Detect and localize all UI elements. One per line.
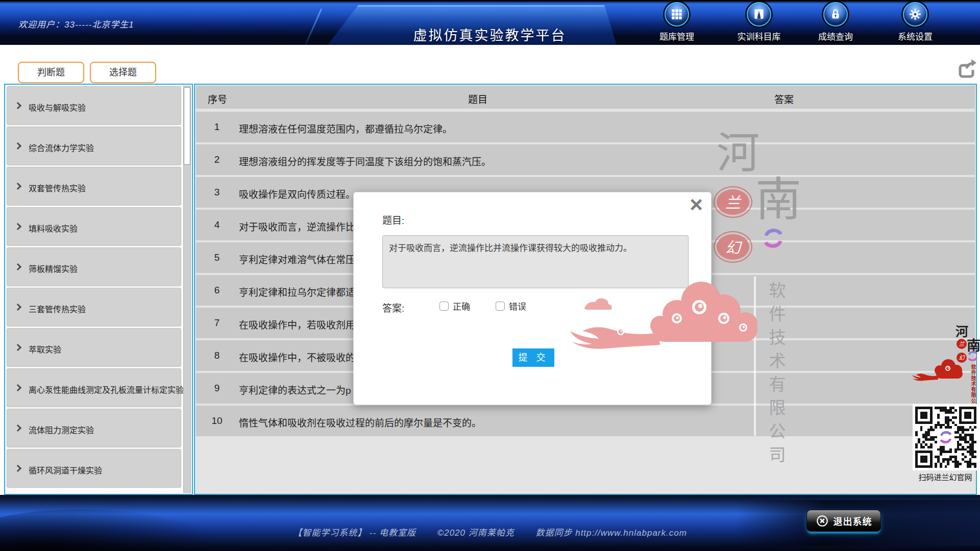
sidebar-item[interactable]: 吸收与解吸实验 [7,86,181,125]
banner-shine [354,5,609,7]
answer-label: 答案: [382,300,404,314]
chevron-right-icon [14,384,21,391]
col-header-title: 题目 [468,92,487,106]
footer-sync: 数据同步 http://www.hnlabpark.com [535,528,687,538]
table-header: 序号 题目 答案 [196,86,975,109]
app-window: 欢迎用户：33-----北京学生1 虚拟仿真实验教学平台 题库管理 [0,0,980,551]
col-header-answer: 答案 [774,92,794,106]
submit-button[interactable]: 提 交 [512,348,554,367]
sidebar-item[interactable]: 双套管传热实验 [7,167,181,206]
nav-item-score-query[interactable]: 成绩查询 [802,2,869,42]
checkbox-wrong[interactable] [496,302,505,311]
qr-caption: 扫码进兰幻官网 [910,471,980,482]
exit-label: 退出系统 [834,514,872,528]
footer-system: 【智能学习系统】 -- 电教室版 [293,528,416,538]
nav-label[interactable]: 成绩查询 [802,30,869,42]
tab-judge-questions[interactable]: 判断题 [18,62,84,83]
chevron-right-icon [14,465,21,472]
chevron-right-icon [14,263,21,270]
table-row[interactable]: 2 理想溶液组分的挥发度等于同温度下该组分的饱和蒸汽压。 [196,144,975,175]
row-question-text: 对于吸收而言，逆流操作比 [239,219,355,233]
question-label: 题目: [382,213,404,227]
nav-item-training-subjects[interactable]: 实训科目库 [725,2,793,42]
question-dialog: × 题目: 对于吸收而言，逆流操作比并流操作课获得较大的吸收推动力。 答案: 正… [353,192,712,405]
exit-system-button[interactable]: 退出系统 [806,510,881,532]
sidebar-list: 吸收与解吸实验 综合流体力学实验 双套管传热实验 填料吸收实验 筛板精馏实验 三… [7,86,181,489]
question-textarea[interactable]: 对于吸收而言，逆流操作比并流操作课获得较大的吸收推动力。 [382,235,689,288]
nav-item-system-settings[interactable]: 系统设置 [881,2,949,42]
curtain-icon[interactable] [747,2,771,27]
answer-options: 正确 错误 [439,299,526,312]
nav-label[interactable]: 实训科目库 [725,30,793,42]
grid-icon[interactable] [665,2,689,27]
sidebar-item[interactable]: 筛板精馏实验 [7,247,181,286]
row-number: 1 [196,121,238,133]
experiment-sidebar: 吸收与解吸实验 综合流体力学实验 双套管传热实验 填料吸收实验 筛板精馏实验 三… [4,84,193,495]
sidebar-scrollbar[interactable] [183,86,191,493]
row-question-text: 吸收操作是双向传质过程。 [239,187,355,201]
row-number: 7 [196,317,238,329]
option-correct[interactable]: 正确 [439,299,470,312]
row-question-text: 理想溶液组分的挥发度等于同温度下该组分的饱和蒸汽压。 [239,154,491,168]
row-question-text: 理想溶液在任何温度范围内，都遵循拉乌尔定律。 [239,121,452,135]
sidebar-item[interactable]: 三套管传热实验 [7,288,181,327]
row-number: 8 [196,350,238,361]
row-question-text: 在吸收操作中，若吸收剂用 [239,317,355,331]
scrollbar-thumb[interactable] [184,87,190,165]
share-icon[interactable] [954,57,978,81]
title-banner: 虚拟仿真实验教学平台 [328,5,626,45]
exit-x-icon [816,514,829,528]
chevron-right-icon [14,223,21,230]
close-icon[interactable]: × [690,193,703,216]
chevron-right-icon [14,142,21,149]
page-title: 虚拟仿真实验教学平台 [363,24,616,44]
header-slash-decoration [304,9,322,46]
chevron-right-icon [14,344,21,351]
sidebar-item[interactable]: 综合流体力学实验 [7,127,181,165]
col-header-no: 序号 [208,92,227,106]
row-question-text: 在吸收操作中，不被吸收的 [239,350,355,364]
sidebar-item[interactable]: 流体阻力测定实验 [7,409,181,447]
tab-strip: 判断题 选择题 [0,45,980,85]
row-number: 10 [196,415,238,427]
welcome-user-text: 欢迎用户：33-----北京学生1 [18,17,134,30]
chevron-right-icon [14,424,21,432]
row-question-text: 亨利定律的表达式之一为p [239,383,351,396]
chevron-right-icon [14,304,21,311]
row-number: 9 [196,383,238,394]
row-number: 3 [196,187,238,198]
table-row[interactable]: 10 惰性气体和吸收剂在吸收过程的前后的摩尔量是不变的。 [196,406,975,436]
sidebar-item[interactable]: 填料吸收实验 [7,207,181,246]
option-wrong[interactable]: 错误 [496,299,526,312]
gear-icon[interactable] [903,2,927,27]
nav-item-question-bank[interactable]: 题库管理 [643,2,710,42]
tab-choice-questions[interactable]: 选择题 [90,62,156,83]
sidebar-item[interactable]: 离心泵性能曲线测定及孔板流量计标定实验 [7,368,181,407]
lock-icon[interactable] [823,2,848,27]
table-row[interactable]: 1 理想溶液在任何温度范围内，都遵循拉乌尔定律。 [196,112,975,142]
qr-code [913,404,979,470]
chevron-right-icon [14,183,21,190]
row-number: 6 [196,285,238,296]
nav-label[interactable]: 题库管理 [643,30,710,42]
checkbox-correct[interactable] [439,302,449,311]
sidebar-item[interactable]: 萃取实验 [7,328,181,367]
nav-label[interactable]: 系统设置 [881,30,949,42]
top-header: 欢迎用户：33-----北京学生1 虚拟仿真实验教学平台 题库管理 [0,0,980,45]
row-number: 4 [196,219,238,231]
bottom-footer: 【智能学习系统】 -- 电教室版 ©2020 河南莱帕克 数据同步 http:/… [0,495,980,551]
footer-copyright: ©2020 河南莱帕克 [437,528,514,538]
row-question-text: 惰性气体和吸收剂在吸收过程的前后的摩尔量是不变的。 [239,415,481,429]
chevron-right-icon [14,102,21,109]
row-question-text: 亨利定律对难溶气体在常压 [239,252,355,266]
sidebar-item[interactable]: 循环风洞道干燥实验 [7,449,181,488]
row-question-text: 亨利定律和拉乌尔定律都适 [239,285,355,298]
row-number: 2 [196,154,238,165]
row-number: 5 [196,252,238,263]
